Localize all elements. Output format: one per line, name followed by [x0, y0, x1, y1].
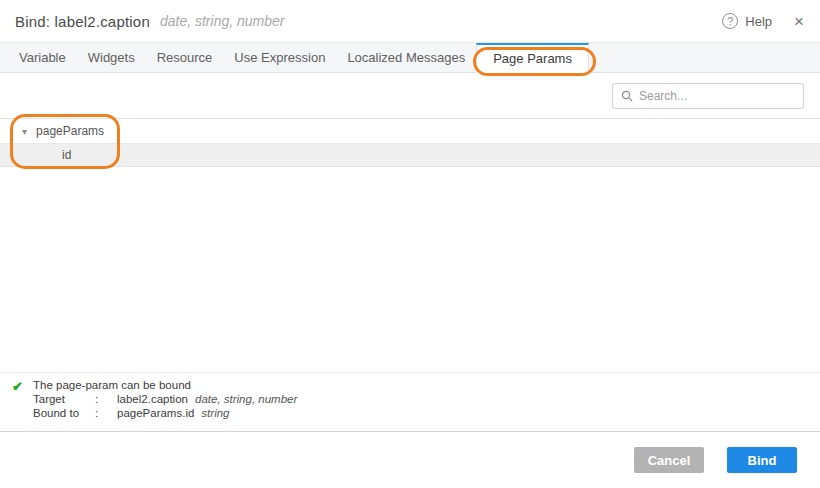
dialog-footer: Cancel Bind	[0, 431, 820, 488]
bind-dialog: Bind: label2.caption date, string, numbe…	[0, 0, 820, 488]
dialog-subtitle: date, string, number	[160, 13, 285, 29]
status-target-value: label2.captiondate, string, number	[117, 392, 820, 406]
status-target-type: date, string, number	[195, 393, 297, 405]
content-spacer	[0, 167, 820, 372]
status-target-label: Target	[33, 392, 95, 406]
binding-status: ✔ The page-param can be bound Target : l…	[0, 372, 820, 431]
close-icon[interactable]: ×	[794, 13, 804, 30]
question-circle-icon: ?	[722, 13, 738, 29]
status-target-colon: :	[95, 392, 117, 406]
status-boundto-label: Bound to	[33, 406, 95, 420]
tab-use-expression[interactable]: Use Expression	[223, 43, 336, 72]
status-message: The page-param can be bound	[33, 378, 820, 392]
tab-page-params[interactable]: Page Params	[476, 43, 589, 73]
dialog-title: Bind: label2.caption	[15, 13, 150, 30]
tab-bar: Variable Widgets Resource Use Expression…	[0, 42, 820, 73]
dialog-content: ▾ pageParams id ✔ The page-param can be …	[0, 73, 820, 431]
tree-row-pageparams[interactable]: ▾ pageParams	[0, 119, 820, 143]
tab-page-params-label: Page Params	[493, 51, 572, 66]
help-button[interactable]: ? Help	[722, 13, 772, 29]
bind-button[interactable]: Bind	[727, 447, 797, 473]
tab-variable[interactable]: Variable	[8, 43, 77, 72]
status-detail-table: Target : label2.captiondate, string, num…	[33, 392, 820, 420]
dialog-header: Bind: label2.caption date, string, numbe…	[0, 0, 820, 42]
status-boundto-value: pageParams.idstring	[117, 406, 820, 420]
tab-resource[interactable]: Resource	[146, 43, 224, 72]
status-boundto-type: string	[201, 407, 229, 419]
tree-leaf-label: id	[62, 148, 71, 162]
status-boundto-colon: :	[95, 406, 117, 420]
page-params-tree: ▾ pageParams id	[0, 118, 820, 167]
search-box[interactable]	[612, 83, 804, 109]
help-label: Help	[745, 14, 772, 29]
caret-down-icon[interactable]: ▾	[22, 126, 27, 137]
search-row	[0, 73, 820, 118]
tree-node-label: pageParams	[36, 124, 104, 138]
check-icon: ✔	[12, 379, 23, 394]
search-input[interactable]	[639, 89, 795, 103]
search-icon	[621, 90, 633, 102]
cancel-button[interactable]: Cancel	[634, 447, 704, 473]
tab-localized-messages[interactable]: Localized Messages	[336, 43, 476, 72]
tree-row-id[interactable]: id	[0, 143, 820, 167]
tab-widgets[interactable]: Widgets	[77, 43, 146, 72]
